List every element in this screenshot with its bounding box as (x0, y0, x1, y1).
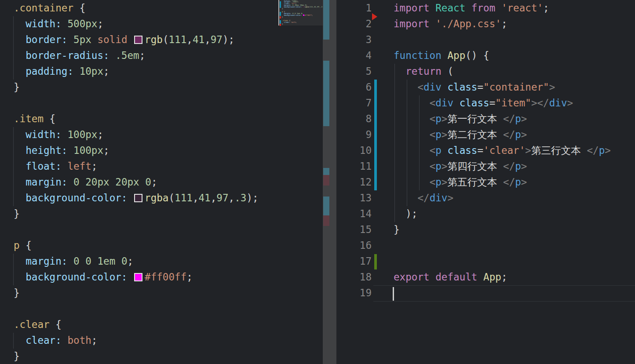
token: 0 (121, 255, 128, 267)
code-line[interactable]: <p>第二行文本 </p> (394, 127, 527, 142)
code-line[interactable]: height: 100px; (14, 142, 109, 158)
token: p (14, 240, 20, 251)
token (430, 271, 436, 283)
code-line[interactable]: .item { (14, 111, 55, 127)
line-number[interactable]: 4 (336, 47, 372, 63)
minimap[interactable]: width: 100px; height: 100px; float: left… (278, 0, 322, 364)
token: } (282, 16, 283, 18)
token: > (567, 97, 573, 109)
code-line[interactable]: float: left; (14, 158, 97, 174)
token (394, 145, 430, 156)
token: #ff00ff (145, 271, 186, 283)
token (477, 271, 483, 283)
line-number[interactable]: 1 (336, 0, 372, 16)
token (67, 176, 73, 188)
code-line[interactable]: } (14, 79, 20, 95)
code-line[interactable]: p { (14, 237, 32, 253)
code-line[interactable]: <p class='clear'>第三行文本 </p> (394, 142, 611, 158)
color-swatch[interactable] (134, 36, 142, 44)
line-number[interactable]: 16 (336, 237, 372, 253)
code-line[interactable]: function App() { (394, 47, 489, 63)
jsx-editor-pane[interactable]: 12345678910111213141516171819 import Rea… (336, 0, 635, 364)
line-number[interactable]: 3 (336, 32, 372, 47)
minimap-line: clear: both; (282, 22, 297, 23)
token: rgba (145, 192, 168, 204)
line-number[interactable]: 15 (336, 222, 372, 237)
code-line[interactable]: background-color: #ff00ff; (14, 269, 193, 285)
code-line[interactable]: } (14, 285, 20, 301)
code-line[interactable]: border-radius: .5em; (14, 47, 145, 63)
code-line[interactable]: <p>第一行文本 </p> (394, 111, 527, 127)
token: import (394, 18, 430, 29)
code-line[interactable]: } (14, 206, 20, 222)
line-number[interactable]: 7 (336, 95, 372, 111)
code-line[interactable]: margin: 0 0 1em 0; (14, 253, 133, 269)
token: 'clear' (483, 145, 525, 156)
token: both (292, 21, 296, 23)
code-line[interactable]: <div class="container"> (394, 79, 555, 95)
color-swatch[interactable] (134, 194, 142, 202)
line-number[interactable]: 19 (336, 285, 372, 301)
line-number[interactable]: 8 (336, 111, 372, 127)
line-number[interactable]: 13 (336, 190, 372, 206)
token: , (229, 192, 235, 204)
token: 20px (115, 176, 139, 188)
token: "container" (483, 81, 549, 93)
token: ; (103, 145, 109, 156)
token: 41 (199, 192, 211, 204)
token: } (14, 208, 20, 219)
overview-ruler[interactable] (323, 0, 336, 364)
line-number[interactable]: 18 (336, 269, 372, 285)
token (62, 129, 68, 140)
css-editor-pane[interactable]: .container { width: 500px; border: 5px s… (0, 0, 278, 364)
gutter-modified-bar (374, 80, 377, 190)
code-line[interactable]: .container { (14, 0, 85, 16)
line-number[interactable]: 9 (336, 127, 372, 142)
token: 10px (80, 66, 103, 77)
token: </ (503, 129, 515, 140)
code-line[interactable]: width: 500px; (14, 16, 103, 32)
token: border-radius: (14, 50, 109, 61)
code-line[interactable]: padding: 10px; (14, 63, 109, 79)
code-line[interactable]: .clear { (14, 317, 62, 332)
code-line[interactable]: <div class="item"></div> (394, 95, 573, 111)
line-number[interactable]: 12 (336, 174, 372, 190)
token: = (477, 81, 483, 93)
code-line[interactable]: <p>第四行文本 </p> (394, 158, 527, 174)
token: ( (163, 34, 169, 45)
line-number[interactable]: 5 (336, 63, 372, 79)
token: > (442, 113, 448, 124)
code-line[interactable]: ); (394, 206, 417, 222)
code-line[interactable]: </div> (394, 190, 453, 206)
code-line[interactable]: import './App.css'; (394, 16, 507, 32)
code-line[interactable]: width: 100px; (14, 127, 103, 142)
token: < (430, 176, 436, 188)
line-number[interactable]: 14 (336, 206, 372, 222)
line-number[interactable]: 2 (336, 16, 372, 32)
token: ; (186, 271, 193, 283)
code-line[interactable]: clear: both; (14, 332, 97, 348)
code-line[interactable]: return ( (394, 63, 453, 79)
code-line[interactable]: background-color: rgba(111,41,97,.3); (14, 190, 259, 206)
line-number[interactable]: 10 (336, 142, 372, 158)
code-line[interactable]: import React from 'react'; (394, 0, 549, 16)
token: > (447, 192, 453, 204)
code-line[interactable]: export default App; (394, 269, 507, 285)
token: 0 (145, 176, 151, 188)
code-line[interactable]: <p>第五行文本 </p> (394, 174, 527, 190)
token: width: (14, 129, 62, 140)
color-swatch[interactable] (134, 273, 142, 281)
token: margin: (14, 176, 67, 188)
token: return (405, 66, 442, 77)
code-line[interactable]: border: 5px solid rgb(111,41,97); (14, 32, 234, 47)
token: div (549, 97, 567, 109)
token: p (435, 129, 442, 140)
line-number[interactable]: 6 (336, 79, 372, 95)
token: 100px (73, 145, 103, 156)
text-cursor (393, 287, 394, 301)
code-line[interactable]: } (394, 222, 400, 237)
code-line[interactable]: margin: 0 20px 20px 0; (14, 174, 157, 190)
line-number[interactable]: 17 (336, 253, 372, 269)
line-number[interactable]: 11 (336, 158, 372, 174)
code-line[interactable]: } (14, 348, 20, 364)
